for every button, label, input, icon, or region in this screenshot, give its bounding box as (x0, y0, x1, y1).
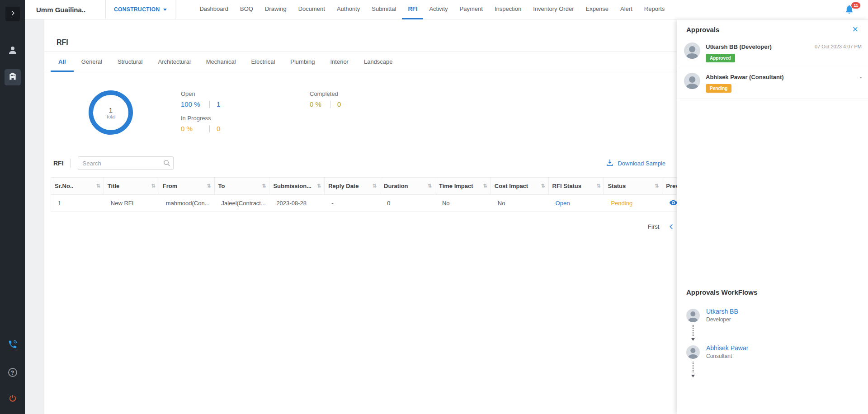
table-header-row: Sr.No..⇅ Title⇅ From⇅ To⇅ Submission...⇅… (51, 177, 753, 195)
nav-dashboard[interactable]: Dashboard (193, 0, 234, 19)
workflow-connector (693, 325, 693, 336)
module-selector[interactable]: CONSTRUCTION (105, 0, 175, 19)
tab-architectural[interactable]: Architectural (151, 52, 198, 72)
building-icon (8, 72, 17, 83)
sort-icon[interactable]: ⇅ (207, 183, 211, 189)
avatar (684, 42, 700, 59)
sort-icon[interactable]: ⇅ (541, 183, 545, 189)
nav-submittal[interactable]: Submittal (366, 0, 402, 19)
sort-icon[interactable]: ⇅ (317, 183, 321, 189)
sidebar-item-logout[interactable] (5, 391, 21, 408)
tab-electrical[interactable]: Electrical (244, 52, 283, 72)
approvals-panel-header: Approvals × (677, 19, 868, 38)
col-sr-no: Sr.No.. (55, 183, 73, 189)
bell-icon (844, 8, 854, 16)
pagination-first[interactable]: First (648, 223, 659, 230)
cell-status: Pending (604, 200, 662, 207)
sort-icon[interactable]: ⇅ (262, 183, 266, 189)
download-sample-button[interactable]: Download Sample (606, 159, 665, 168)
cell-submission: 2023-08-28 (269, 200, 325, 207)
col-reply-date: Reply Date (328, 183, 359, 189)
col-duration: Duration (384, 183, 408, 189)
download-sample-label: Download Sample (618, 160, 665, 167)
nav-activity[interactable]: Activity (423, 0, 453, 19)
approvals-title: Approvals (686, 26, 719, 33)
workflow-user-link[interactable]: Utkarsh BB (706, 308, 738, 315)
nav-rfi[interactable]: RFI (402, 0, 423, 19)
tab-general[interactable]: General (74, 52, 110, 72)
nav-inventory-order[interactable]: Inventory Order (527, 0, 580, 19)
tab-structural[interactable]: Structural (110, 52, 151, 72)
nav-authority[interactable]: Authority (331, 0, 366, 19)
sort-icon[interactable]: ⇅ (655, 183, 659, 189)
top-header: Umm Guailina.. CONSTRUCTION Dashboard BO… (25, 0, 868, 19)
project-name[interactable]: Umm Guailina.. (25, 6, 105, 14)
stat-in-progress: In Progress 0 % 0 (181, 115, 264, 132)
main-nav: Dashboard BOQ Drawing Document Authority… (193, 0, 670, 19)
arrow-down-icon (691, 338, 695, 341)
sort-icon[interactable]: ⇅ (151, 183, 155, 189)
tab-landscape[interactable]: Landscape (356, 52, 401, 72)
table-row[interactable]: 1 New RFI mahmood(Con... Jaleel(Contract… (51, 195, 753, 212)
nav-expense[interactable]: Expense (580, 0, 614, 19)
cell-to: Jaleel(Contract... (215, 200, 270, 207)
chevron-down-icon (163, 9, 167, 11)
rfi-donut-chart: 1 Total (89, 90, 133, 135)
sidebar-item-call[interactable] (5, 337, 21, 353)
table-title: RFI (50, 160, 70, 167)
sidebar-item-projects[interactable] (5, 69, 21, 85)
nav-payment[interactable]: Payment (454, 0, 489, 19)
col-cost-impact: Cost Impact (495, 183, 528, 189)
nav-boq[interactable]: BOQ (234, 0, 259, 19)
col-status: Status (608, 183, 626, 189)
tab-plumbing[interactable]: Plumbing (283, 52, 322, 72)
download-icon (606, 159, 613, 168)
tab-all[interactable]: All (51, 52, 74, 72)
sort-icon[interactable]: ⇅ (428, 183, 432, 189)
cell-from: mahmood(Con... (159, 200, 215, 207)
stat-completed: Completed 0 % 0 (310, 90, 393, 108)
sort-icon[interactable]: ⇅ (596, 183, 600, 189)
search-input[interactable] (78, 156, 174, 170)
sort-icon[interactable]: ⇅ (483, 183, 487, 189)
cell-cost-impact: No (491, 200, 549, 207)
chevron-left-icon[interactable] (668, 223, 675, 230)
stat-completed-count: 0 (337, 100, 351, 108)
power-icon (8, 394, 17, 405)
tab-mechanical[interactable]: Mechanical (198, 52, 244, 72)
nav-alert[interactable]: Alert (614, 0, 638, 19)
workflow-user-role: Consultant (706, 353, 748, 359)
avatar (686, 309, 700, 322)
status-badge-approved: Approved (706, 54, 735, 62)
nav-inspection[interactable]: Inspection (489, 0, 527, 19)
col-to: To (218, 183, 225, 189)
nav-drawing[interactable]: Drawing (259, 0, 292, 19)
stat-open: Open 100 % 1 (181, 90, 264, 108)
sort-icon[interactable]: ⇅ (373, 183, 377, 189)
search-icon[interactable] (163, 160, 170, 168)
cell-rfi-status-link[interactable]: Open (549, 200, 604, 207)
arrow-down-icon (691, 375, 695, 377)
tab-interior[interactable]: Interior (322, 52, 356, 72)
notifications-button[interactable]: 11 (844, 4, 854, 16)
col-from: From (163, 183, 178, 189)
sidebar-expand-button[interactable] (5, 7, 20, 21)
stat-divider (330, 101, 330, 108)
cell-reply-date: - (325, 200, 380, 207)
close-icon[interactable]: × (852, 25, 858, 33)
nav-reports[interactable]: Reports (638, 0, 671, 19)
sidebar-item-help[interactable]: ? (5, 364, 21, 381)
sidebar-item-profile[interactable] (5, 43, 21, 59)
sort-icon[interactable]: ⇅ (96, 183, 100, 189)
stat-in-progress-count: 0 (217, 125, 238, 132)
workflow-step: Utkarsh BB Developer (686, 308, 859, 323)
stat-completed-percent: 0 % (310, 100, 323, 108)
col-submission: Submission... (273, 183, 311, 189)
workflow-user-link[interactable]: Abhisek Pawar (706, 344, 748, 352)
cell-sr-no: 1 (51, 200, 104, 207)
nav-document[interactable]: Document (292, 0, 331, 19)
stat-divider (209, 125, 210, 132)
workflows-title: Approvals WorkFlows (686, 288, 859, 296)
donut-total-value: 1 (109, 106, 113, 114)
approver-name: Utkarsh BB (Developer) (706, 43, 772, 50)
